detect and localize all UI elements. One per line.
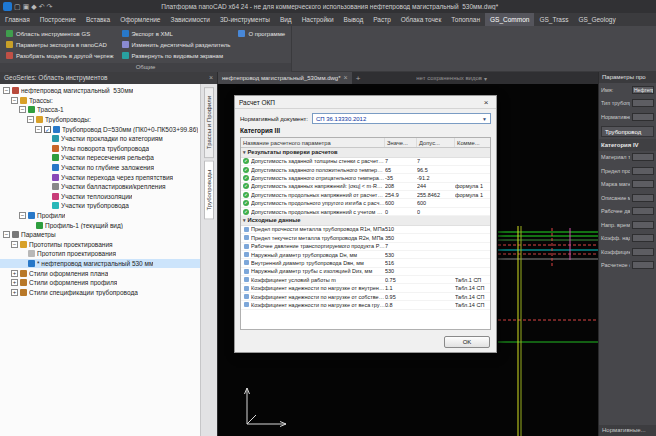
checkbox-checked-icon[interactable]: ✓ <box>44 126 51 133</box>
collapse-icon[interactable]: − <box>3 231 10 238</box>
table-row[interactable]: Предел текучести металла трубопровода R2… <box>241 234 490 242</box>
tree-item[interactable]: Углы поворота трубопровода <box>0 144 200 154</box>
expand-icon[interactable]: + <box>11 270 18 277</box>
ribbon-tab[interactable]: Настройки <box>297 13 339 26</box>
tree-item[interactable]: −Трубопроводы: <box>0 115 200 125</box>
collapse-icon[interactable]: − <box>27 116 34 123</box>
table-row[interactable]: Наружный диаметр трубы с изоляцией Dиз, … <box>241 268 490 276</box>
property-input[interactable] <box>632 248 654 256</box>
property-input[interactable] <box>632 194 654 202</box>
tree-item[interactable]: −нефтепровод магистральный_530мм <box>0 86 200 96</box>
collapse-icon[interactable]: − <box>19 212 26 219</box>
collapse-icon[interactable]: − <box>3 87 10 94</box>
table-row[interactable]: Предел прочности металла трубопровода R1… <box>241 226 490 234</box>
table-row[interactable]: ✔Допустимость заданного отрицательного т… <box>241 174 490 182</box>
ribbon-tab[interactable]: Построение <box>35 13 81 26</box>
panel-vertical-tab[interactable]: Трубопроводы <box>204 161 214 220</box>
group-row[interactable]: ▾Результаты проверки расчетов <box>241 148 490 158</box>
tree-item[interactable]: −Параметры <box>0 230 200 240</box>
table-row[interactable]: ✔Допустимость продольных напряжений с уч… <box>241 208 490 216</box>
tree-item[interactable]: Участки по глубине заложения <box>0 163 200 173</box>
tree-item[interactable]: −✓Трубопровод D=530мм (ПК0+0-ПК503+99.86… <box>0 124 200 134</box>
property-input[interactable] <box>632 99 654 107</box>
ribbon-tab[interactable]: GS_Common <box>485 13 534 26</box>
ribbon-button[interactable]: О программе <box>238 28 285 39</box>
close-panel-icon[interactable]: × <box>209 72 213 84</box>
tree-item[interactable]: +Стили спецификации трубопровода <box>0 287 200 297</box>
tree-item[interactable]: Участки пересечения рельефа <box>0 153 200 163</box>
tree-item[interactable]: Участки балластировки/крепления <box>0 182 200 192</box>
undo-icon[interactable]: ↶ <box>39 2 45 11</box>
ribbon-tab[interactable]: Вставка <box>81 13 115 26</box>
tree-item[interactable]: Прототип проектирования <box>0 249 200 259</box>
ribbon-tab[interactable]: Главная <box>0 13 35 26</box>
table-row[interactable]: ✔Допустимость заданного положительного т… <box>241 166 490 174</box>
property-input[interactable] <box>632 207 654 215</box>
property-input[interactable] <box>632 261 654 269</box>
property-input[interactable]: Нефтепро <box>632 86 654 94</box>
saved-views-dropdown[interactable]: нет сохраненных видов ▾ <box>416 75 487 82</box>
ribbon-tab[interactable]: 3D-инструменты <box>215 13 275 26</box>
property-input[interactable] <box>632 113 654 121</box>
ribbon-button[interactable]: Экспорт в XML <box>122 28 231 39</box>
ok-button[interactable]: OK <box>444 336 490 348</box>
table-row[interactable]: Внутренний диаметр трубопровода Dвн, мм5… <box>241 259 490 267</box>
panel-vertical-tab[interactable]: Трассы и Профили <box>204 87 214 158</box>
property-input[interactable] <box>632 153 654 161</box>
tree-item[interactable]: −Трасса-1 <box>0 105 200 115</box>
table-row[interactable]: Коэффициент надежности по нагрузке от ве… <box>241 301 490 309</box>
table-row[interactable]: Рабочее давление транспортируемого проду… <box>241 243 490 251</box>
tree-item[interactable]: +Стили оформления профиля <box>0 278 200 288</box>
document-tab[interactable]: нефтепровод магистральный_530мм.dwg* × <box>218 72 352 84</box>
ribbon-tab[interactable]: Зависимости <box>165 13 214 26</box>
tree-item[interactable]: −Профили <box>0 211 200 221</box>
collapse-icon[interactable]: − <box>19 106 26 113</box>
ribbon-button[interactable]: Разобрать модель в другой чертеж <box>6 50 114 61</box>
model-canvas[interactable]: Расчет ОКП × Нормативный документ: СП 36… <box>218 84 598 436</box>
group-row[interactable]: ▾Исходные данные <box>241 216 490 226</box>
expand-icon[interactable]: + <box>11 279 18 286</box>
table-row[interactable]: Наружный диаметр трубопровода Dн, мм530 <box>241 251 490 259</box>
ribbon-tab[interactable]: Оформление <box>115 13 165 26</box>
ribbon-tab[interactable]: Вид <box>275 13 297 26</box>
table-row[interactable]: ✔Допустимость продольного упругого изгиб… <box>241 199 490 207</box>
tree-item[interactable]: * нефтепровод магистральный 530 мм <box>0 259 200 269</box>
tree-item[interactable]: −Трассы: <box>0 96 200 106</box>
ribbon-button[interactable]: Область инструментов GS <box>6 28 114 39</box>
table-row[interactable]: Коэффициент надежности по нагрузке от со… <box>241 293 490 301</box>
tree-item[interactable]: Профиль-1 (текущий вид) <box>0 220 200 230</box>
ribbon-tab[interactable]: Вывод <box>339 13 369 26</box>
collapse-icon[interactable]: − <box>11 241 18 248</box>
property-input[interactable] <box>632 180 654 188</box>
ribbon-button[interactable]: Развернуть по видовым экранам <box>122 50 231 61</box>
ribbon-tab[interactable]: GS_Trass <box>534 13 573 26</box>
property-input[interactable] <box>632 221 654 229</box>
tree-item[interactable]: Участки теплоизоляции <box>0 192 200 202</box>
ribbon-tab[interactable]: Облака точек <box>396 13 447 26</box>
tree-item[interactable]: −Прототипы проектирования <box>0 240 200 250</box>
ribbon-tab[interactable]: Растр <box>368 13 396 26</box>
table-row[interactable]: ✔Допустимость продольных напряжений от р… <box>241 191 490 199</box>
normative-documents-button[interactable]: Нормативные... <box>599 425 656 436</box>
ribbon-tab[interactable]: Топоплан <box>446 13 485 26</box>
collapse-icon[interactable]: − <box>11 97 18 104</box>
new-file-icon[interactable]: ▢ <box>14 2 21 11</box>
tree-item[interactable]: +Стили оформления плана <box>0 268 200 278</box>
close-tab-icon[interactable]: × <box>344 72 348 84</box>
property-input[interactable] <box>632 167 654 175</box>
table-row[interactable]: ✔Допустимость заданной толщины стенки с … <box>241 158 490 166</box>
ribbon-button[interactable]: Изменить десятичный разделитель <box>122 39 231 50</box>
save-icon[interactable]: ◆ <box>31 2 36 11</box>
collapse-icon[interactable]: − <box>35 126 42 133</box>
redo-icon[interactable]: ↷ <box>47 2 53 11</box>
new-tab-icon[interactable]: + <box>352 74 365 83</box>
tree-item[interactable]: Участки трубопровода <box>0 201 200 211</box>
ribbon-tab[interactable]: GS_Geology <box>573 13 620 26</box>
expand-icon[interactable]: + <box>11 289 18 296</box>
tree-item[interactable]: Участки прокладки по категориям <box>0 134 200 144</box>
property-input[interactable] <box>632 234 654 242</box>
table-row[interactable]: ✔Допустимость заданных напряжений: |σкц|… <box>241 183 490 191</box>
open-file-icon[interactable]: ▣ <box>23 2 30 11</box>
dialog-titlebar[interactable]: Расчет ОКП × <box>235 96 496 109</box>
table-row[interactable]: Коэффициент условий работы m0.75Табл.1 С… <box>241 276 490 284</box>
